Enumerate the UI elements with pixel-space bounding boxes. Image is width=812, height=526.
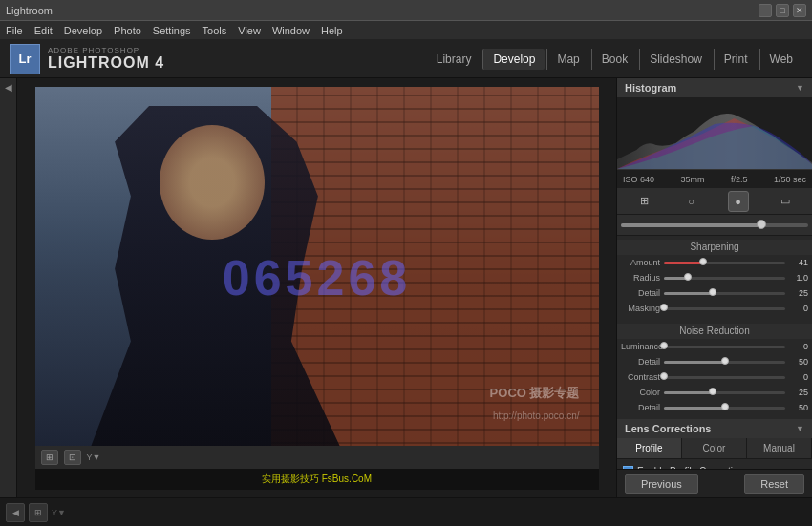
histogram-panel-header[interactable]: Histogram ▼ bbox=[617, 78, 812, 97]
histo-focal: 35mm bbox=[681, 175, 705, 184]
minimize-button[interactable]: ─ bbox=[759, 4, 772, 17]
menu-develop[interactable]: Develop bbox=[64, 25, 102, 36]
sharpening-detail-row: Detail 25 bbox=[617, 285, 812, 301]
histo-iso: ISO 640 bbox=[623, 175, 654, 184]
photo-area: 065268 POCO 摄影专题 http://photo.poco.cn/ ⊞… bbox=[17, 78, 616, 497]
detail-slider[interactable] bbox=[664, 292, 785, 295]
previous-button[interactable]: Previous bbox=[625, 474, 698, 494]
histogram-canvas bbox=[617, 97, 812, 169]
photo-zoom-button[interactable]: ⊞ bbox=[41, 450, 58, 465]
amount-slider[interactable] bbox=[664, 262, 785, 264]
filmstrip: ◀ ⊞ Y▼ bbox=[0, 497, 812, 526]
masking-label: Masking bbox=[621, 304, 664, 313]
tool-rect[interactable]: ▭ bbox=[775, 191, 796, 212]
top-nav: Lr ADOBE PHOTOSHOP LIGHTROOM 4 Library D… bbox=[0, 40, 812, 78]
luminance-label: Luminance bbox=[621, 342, 664, 351]
luminance-row: Luminance 0 bbox=[617, 339, 812, 354]
detail-label: Detail bbox=[621, 288, 664, 298]
color-slider[interactable] bbox=[664, 391, 785, 394]
app-title: LIGHTROOM 4 bbox=[48, 54, 164, 72]
histogram-area: ISO 640 35mm f/2.5 1/50 sec bbox=[617, 97, 812, 188]
menu-bar: File Edit Develop Photo Settings Tools V… bbox=[0, 21, 812, 40]
lens-corrections-section: Lens Corrections ▼ Profile Color Manual … bbox=[617, 419, 812, 469]
menu-help[interactable]: Help bbox=[321, 25, 343, 36]
window-controls: ─ □ ✕ bbox=[759, 4, 806, 17]
color-detail-slider[interactable] bbox=[664, 407, 785, 410]
tool-row: ⊞ ○ ● ▭ bbox=[617, 188, 812, 215]
menu-window[interactable]: Window bbox=[272, 25, 310, 36]
amount-label: Amount bbox=[621, 258, 664, 267]
detail-value: 25 bbox=[785, 288, 808, 298]
luminance-slider[interactable] bbox=[664, 346, 785, 348]
photo-container: 065268 POCO 摄影专题 http://photo.poco.cn/ ⊞… bbox=[35, 87, 599, 469]
sharpening-section: Sharpening Amount 41 Radius 1.0 Detail bbox=[617, 236, 812, 320]
lens-tab-profile[interactable]: Profile bbox=[617, 438, 682, 458]
tab-library[interactable]: Library bbox=[427, 49, 481, 70]
nr-detail-label: Detail bbox=[621, 357, 664, 367]
app-title-block: ADOBE PHOTOSHOP LIGHTROOM 4 bbox=[48, 46, 164, 72]
contrast-slider[interactable] bbox=[664, 376, 785, 379]
left-panel: ◀ bbox=[0, 78, 17, 497]
radius-label: Radius bbox=[621, 273, 664, 283]
masking-value: 0 bbox=[785, 304, 808, 313]
main-area: ◀ 065268 POCO 摄影专题 http://photo.poco.cn/… bbox=[0, 78, 812, 497]
noise-reduction-title: Noise Reduction bbox=[617, 324, 812, 339]
color-row: Color 25 bbox=[617, 385, 812, 400]
lens-tabs: Profile Color Manual bbox=[617, 438, 812, 459]
sharpening-radius-row: Radius 1.0 bbox=[617, 270, 812, 285]
tool-slider[interactable] bbox=[621, 223, 808, 227]
histo-aperture: f/2.5 bbox=[731, 175, 748, 184]
zoom-level: Y▼ bbox=[87, 452, 101, 462]
sharpening-masking-row: Masking 0 bbox=[617, 301, 812, 316]
tool-dot[interactable]: ● bbox=[728, 191, 749, 212]
color-detail-value: 50 bbox=[785, 403, 808, 412]
radius-value: 1.0 bbox=[785, 273, 808, 283]
reset-button[interactable]: Reset bbox=[744, 474, 804, 494]
close-button[interactable]: ✕ bbox=[793, 4, 806, 17]
menu-file[interactable]: File bbox=[6, 25, 23, 36]
maximize-button[interactable]: □ bbox=[776, 4, 789, 17]
histogram-info: ISO 640 35mm f/2.5 1/50 sec bbox=[617, 169, 812, 188]
tool-circle[interactable]: ○ bbox=[681, 191, 702, 212]
contrast-label: Contrast bbox=[621, 372, 664, 382]
window-title: Lightroom bbox=[6, 5, 759, 16]
tab-map[interactable]: Map bbox=[546, 49, 588, 70]
menu-view[interactable]: View bbox=[238, 25, 261, 36]
menu-settings[interactable]: Settings bbox=[153, 25, 191, 36]
filmstrip-left-btn[interactable]: ◀ bbox=[6, 503, 25, 522]
lens-corrections-label: Lens Corrections bbox=[625, 423, 796, 434]
nr-detail-value: 50 bbox=[785, 357, 808, 367]
tool-grid[interactable]: ⊞ bbox=[634, 191, 655, 212]
tab-web[interactable]: Web bbox=[759, 49, 802, 70]
menu-edit[interactable]: Edit bbox=[34, 25, 53, 36]
bottom-strip: 实用摄影技巧 FsBus.CoM bbox=[35, 469, 599, 490]
lens-corrections-header[interactable]: Lens Corrections ▼ bbox=[617, 419, 812, 438]
radius-slider[interactable] bbox=[664, 277, 785, 280]
filmstrip-grid-btn[interactable]: ⊞ bbox=[29, 503, 48, 522]
nav-tabs: Library Develop Map Book Slideshow Print… bbox=[427, 49, 802, 70]
nr-detail-slider[interactable] bbox=[664, 361, 785, 364]
histo-shutter: 1/50 sec bbox=[774, 175, 806, 184]
photo-fit-button[interactable]: ⊡ bbox=[64, 450, 81, 465]
amount-value: 41 bbox=[785, 258, 808, 267]
watermark-url: http://photo.poco.cn/ bbox=[493, 410, 580, 421]
color-label: Color bbox=[621, 388, 664, 397]
tab-print[interactable]: Print bbox=[714, 49, 758, 70]
photo-toolbar: ⊞ ⊡ Y▼ bbox=[35, 446, 599, 469]
watermark-brand: POCO 摄影专题 bbox=[490, 385, 580, 402]
lens-tab-color[interactable]: Color bbox=[682, 438, 747, 458]
masking-slider[interactable] bbox=[664, 307, 785, 310]
tab-develop[interactable]: Develop bbox=[482, 49, 545, 70]
histogram-label: Histogram bbox=[625, 82, 796, 94]
menu-photo[interactable]: Photo bbox=[114, 25, 141, 36]
tab-book[interactable]: Book bbox=[591, 49, 637, 70]
bottom-watermark: 实用摄影技巧 FsBus.CoM bbox=[262, 473, 372, 486]
histogram-arrow: ▼ bbox=[796, 83, 804, 93]
menu-tools[interactable]: Tools bbox=[203, 25, 227, 36]
tab-slideshow[interactable]: Slideshow bbox=[639, 49, 712, 70]
lens-tab-manual[interactable]: Manual bbox=[747, 438, 812, 458]
color-value: 25 bbox=[785, 388, 808, 397]
tool-slider-row bbox=[617, 215, 812, 236]
nr-detail-row: Detail 50 bbox=[617, 354, 812, 369]
left-panel-toggle[interactable]: ◀ bbox=[3, 82, 13, 93]
